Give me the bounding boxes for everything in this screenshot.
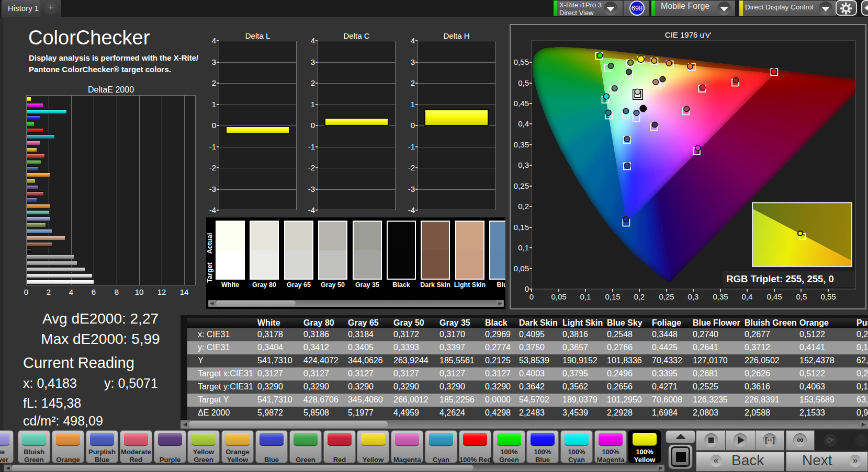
- svg-text:0,35: 0,35: [713, 292, 728, 301]
- svg-text:0,2: 0,2: [634, 292, 645, 301]
- svg-text:0,3: 0,3: [688, 292, 699, 301]
- svg-text:0: 0: [525, 284, 529, 293]
- svg-text:0,5: 0,5: [518, 78, 529, 87]
- svg-text:0,35: 0,35: [514, 140, 529, 149]
- svg-text:0,3: 0,3: [518, 160, 529, 169]
- svg-text:0,1: 0,1: [580, 292, 591, 301]
- svg-text:0,2: 0,2: [518, 202, 529, 211]
- svg-text:0,45: 0,45: [514, 99, 529, 108]
- svg-text:0,05: 0,05: [514, 264, 529, 273]
- svg-text:0,1: 0,1: [518, 243, 529, 252]
- svg-text:0,55: 0,55: [514, 57, 529, 66]
- svg-text:0,05: 0,05: [551, 292, 566, 301]
- svg-text:0,4: 0,4: [518, 119, 529, 128]
- svg-text:0,15: 0,15: [514, 223, 529, 232]
- svg-text:0,25: 0,25: [659, 292, 674, 301]
- svg-text:0: 0: [529, 292, 534, 301]
- svg-text:0,15: 0,15: [605, 292, 620, 301]
- svg-text:0,5: 0,5: [796, 292, 807, 301]
- svg-text:0,4: 0,4: [742, 292, 753, 301]
- svg-text:0,45: 0,45: [766, 292, 782, 301]
- svg-text:0,55: 0,55: [820, 292, 836, 301]
- svg-text:0,25: 0,25: [514, 181, 529, 190]
